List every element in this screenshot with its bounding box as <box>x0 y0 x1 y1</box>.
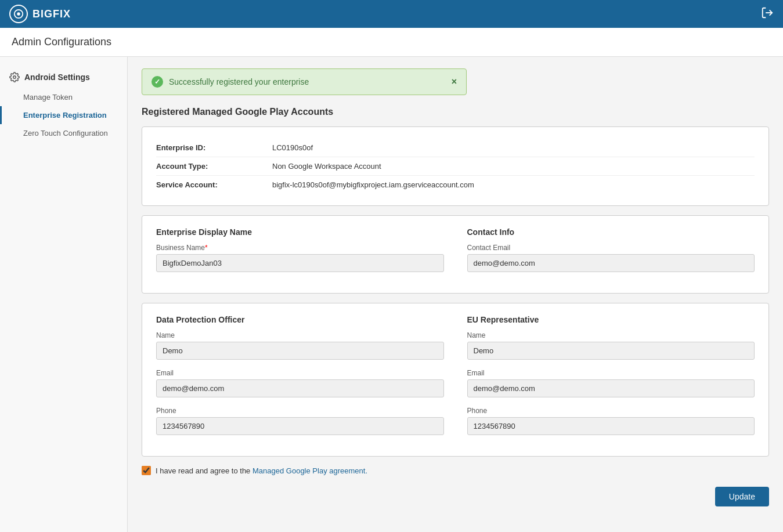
contact-info-col: Contact Info Contact Email <box>467 227 755 281</box>
contact-email-label: Contact Email <box>467 244 755 252</box>
account-type-value: Non Google Workspace Account <box>272 162 381 171</box>
eu-phone-group: Phone <box>467 407 755 435</box>
enterprise-info-card: Enterprise ID: LC0190s0of Account Type: … <box>142 126 769 206</box>
required-asterisk: * <box>205 244 208 252</box>
svg-point-1 <box>17 12 20 15</box>
enterprise-id-label: Enterprise ID: <box>156 143 272 152</box>
dpo-phone-group: Phone <box>156 407 444 435</box>
section-heading: Registered Managed Google Play Accounts <box>142 107 769 117</box>
dpo-name-group: Name <box>156 331 444 360</box>
eu-section-title: EU Representative <box>467 315 755 324</box>
service-account-label: Service Account: <box>156 180 272 189</box>
sidebar-item-zero-touch[interactable]: Zero Touch Configuration <box>0 124 127 142</box>
sidebar-section-label: Android Settings <box>24 73 90 82</box>
svg-point-3 <box>13 76 16 79</box>
service-account-value: bigfix-lc0190s0of@mybigfixproject.iam.gs… <box>272 180 474 189</box>
eu-name-input[interactable] <box>467 342 755 360</box>
dpo-email-input[interactable] <box>156 379 444 397</box>
agreement-label: I have read and agree to the Managed Goo… <box>156 466 367 475</box>
eu-name-label: Name <box>467 331 755 339</box>
agreement-link[interactable]: Managed Google Play agreement. <box>252 466 367 475</box>
close-banner-button[interactable]: × <box>452 77 457 87</box>
sidebar: Android Settings Manage Token Enterprise… <box>0 57 128 532</box>
form-grid-dpo-eu: Data Protection Officer Name Email Phone <box>156 315 755 444</box>
dpo-name-label: Name <box>156 331 444 339</box>
contact-info-section-title: Contact Info <box>467 227 755 237</box>
agreement-row: I have read and agree to the Managed Goo… <box>142 466 769 475</box>
dpo-email-group: Email <box>156 369 444 397</box>
form-grid-top: Enterprise Display Name Business Name* C… <box>156 227 755 281</box>
dpo-col: Data Protection Officer Name Email Phone <box>156 315 444 444</box>
dpo-name-input[interactable] <box>156 342 444 360</box>
sidebar-item-manage-token[interactable]: Manage Token <box>0 88 127 106</box>
display-name-section-title: Enterprise Display Name <box>156 227 444 237</box>
form-card-dpo-eu: Data Protection Officer Name Email Phone <box>142 303 769 457</box>
dpo-phone-input[interactable] <box>156 417 444 435</box>
logo: BIGFIX <box>9 5 71 23</box>
display-name-col: Enterprise Display Name Business Name* <box>156 227 444 281</box>
agreement-checkbox[interactable] <box>142 466 151 475</box>
form-card-display-contact: Enterprise Display Name Business Name* C… <box>142 215 769 294</box>
business-name-label: Business Name* <box>156 244 444 252</box>
dpo-phone-label: Phone <box>156 407 444 415</box>
service-account-row: Service Account: bigfix-lc0190s0of@mybig… <box>156 176 755 194</box>
eu-phone-label: Phone <box>467 407 755 415</box>
enterprise-id-row: Enterprise ID: LC0190s0of <box>156 139 755 157</box>
eu-name-group: Name <box>467 331 755 360</box>
update-button[interactable]: Update <box>715 487 769 506</box>
success-check-icon: ✓ <box>151 76 163 88</box>
header: BIGFIX <box>0 0 783 28</box>
exit-icon[interactable] <box>761 6 774 22</box>
gear-icon <box>9 72 20 82</box>
sidebar-item-enterprise-registration[interactable]: Enterprise Registration <box>0 106 127 124</box>
contact-email-group: Contact Email <box>467 244 755 272</box>
business-name-input[interactable] <box>156 254 444 272</box>
eu-col: EU Representative Name Email Phone <box>467 315 755 444</box>
dpo-email-label: Email <box>156 369 444 377</box>
success-banner: ✓ Successfully registered your enterpris… <box>142 68 467 95</box>
content-area: ✓ Successfully registered your enterpris… <box>128 57 783 532</box>
logo-text: BIGFIX <box>33 8 71 20</box>
eu-phone-input[interactable] <box>467 417 755 435</box>
eu-email-input[interactable] <box>467 379 755 397</box>
account-type-label: Account Type: <box>156 162 272 171</box>
dpo-section-title: Data Protection Officer <box>156 315 444 324</box>
contact-email-input[interactable] <box>467 254 755 272</box>
success-banner-left: ✓ Successfully registered your enterpris… <box>151 76 309 88</box>
eu-email-group: Email <box>467 369 755 397</box>
success-text: Successfully registered your enterprise <box>169 77 309 86</box>
business-name-group: Business Name* <box>156 244 444 272</box>
eu-email-label: Email <box>467 369 755 377</box>
main-layout: Android Settings Manage Token Enterprise… <box>0 57 783 532</box>
enterprise-id-value: LC0190s0of <box>272 143 313 152</box>
sidebar-section-android: Android Settings <box>0 66 127 88</box>
page-title: Admin Configurations <box>0 28 783 57</box>
account-type-row: Account Type: Non Google Workspace Accou… <box>156 157 755 176</box>
logo-icon <box>9 5 28 23</box>
